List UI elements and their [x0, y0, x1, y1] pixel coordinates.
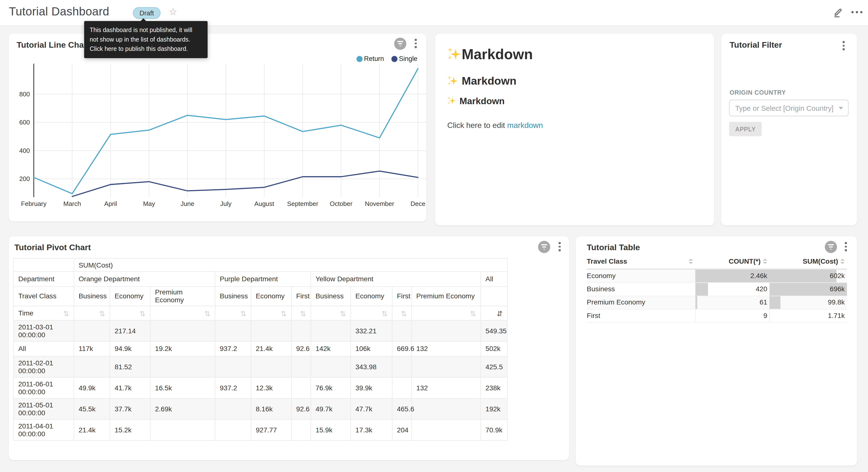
sort-icon[interactable]: ⇅ — [340, 310, 346, 317]
pivot-cell[interactable]: 425.5 — [481, 356, 507, 377]
pivot-cell[interactable]: 192k — [481, 399, 507, 419]
pivot-cell[interactable]: 343.98 — [351, 356, 392, 377]
pivot-cell[interactable] — [392, 320, 411, 342]
markdown-link[interactable]: markdown — [507, 121, 543, 129]
pivot-cell[interactable] — [291, 377, 311, 399]
series-line-single[interactable] — [72, 171, 418, 197]
pivot-cell[interactable]: 49.7k — [311, 399, 351, 419]
sort-icon[interactable]: ⇅ — [470, 310, 476, 317]
cross-filter-icon[interactable] — [538, 241, 550, 253]
sort-icon[interactable]: ⇅ — [140, 310, 146, 317]
pivot-cell[interactable] — [74, 356, 110, 377]
pivot-cell[interactable]: 332.21 — [351, 320, 392, 342]
pivot-cell[interactable]: 2.69k — [150, 399, 215, 419]
pivot-cell[interactable] — [411, 419, 481, 440]
pivot-cell[interactable] — [150, 419, 215, 440]
table-row[interactable]: Economy2.46k602k — [587, 269, 847, 282]
pivot-cell[interactable] — [311, 356, 351, 377]
pivot-cell[interactable] — [251, 356, 291, 377]
pivot-cell[interactable]: 76.9k — [311, 377, 351, 399]
pivot-cell[interactable]: 21.4k — [74, 419, 110, 440]
pivot-cell[interactable]: 16.5k — [150, 377, 215, 399]
sort-icon[interactable]: ⇅ — [240, 310, 246, 317]
pivot-cell[interactable]: 217.14 — [110, 320, 150, 342]
pivot-cell[interactable]: 927.77 — [251, 419, 291, 440]
pivot-cell[interactable]: 47.7k — [351, 399, 392, 419]
pivot-cell[interactable]: 81.52 — [110, 356, 150, 377]
pivot-cell[interactable] — [411, 399, 481, 419]
pivot-cell[interactable]: 19.2k — [150, 342, 215, 356]
pivot-cell[interactable]: 937.2 — [215, 342, 251, 356]
sort-icon[interactable] — [840, 259, 845, 264]
sort-icon[interactable]: ⇅ — [281, 310, 287, 317]
origin-country-select[interactable]: Type or Select [Origin Country] — [729, 100, 849, 116]
pivot-cell[interactable] — [291, 356, 311, 377]
pivot-cell[interactable] — [74, 320, 110, 342]
pivot-cell[interactable]: 12.3k — [251, 377, 291, 399]
pivot-cell[interactable] — [215, 419, 251, 440]
sort-icon[interactable]: ⇅ — [63, 310, 69, 317]
pivot-cell[interactable]: 238k — [481, 377, 507, 399]
pivot-cell[interactable]: 117k — [74, 342, 110, 356]
apply-button[interactable]: APPLY — [729, 122, 762, 136]
pivot-cell[interactable] — [150, 356, 215, 377]
sort-icon[interactable] — [688, 259, 693, 264]
table-row[interactable]: Premium Economy6199.8k — [587, 296, 847, 309]
chart-kebab-menu-icon[interactable] — [556, 240, 563, 253]
pivot-cell[interactable] — [215, 320, 251, 342]
pivot-cell[interactable]: 937.2 — [215, 377, 251, 399]
pivot-cell[interactable]: 37.7k — [110, 399, 150, 419]
pivot-cell[interactable]: 17.3k — [351, 419, 392, 440]
pivot-cell[interactable]: 45.5k — [74, 399, 110, 419]
header-more-menu-icon[interactable] — [851, 11, 862, 13]
pivot-cell[interactable]: 94.9k — [110, 342, 150, 356]
column-header-count[interactable]: COUNT(*) — [728, 258, 761, 265]
pivot-cell[interactable]: 669.6 — [392, 342, 411, 356]
pivot-cell[interactable]: 39.9k — [351, 377, 392, 399]
sort-icon[interactable]: ⇅ — [300, 310, 306, 317]
pivot-cell[interactable] — [411, 356, 481, 377]
line-chart[interactable]: FebruaryMarchAprilMayJuneJulyAugustSepte… — [9, 61, 426, 216]
column-header-sum-cost[interactable]: SUM(Cost) — [803, 258, 838, 265]
draft-badge[interactable]: Draft — [133, 7, 160, 19]
pivot-cell[interactable] — [311, 320, 351, 342]
pivot-cell[interactable] — [392, 377, 411, 399]
pivot-cell[interactable] — [291, 320, 311, 342]
table-row[interactable]: Business420696k — [587, 283, 847, 296]
pivot-cell[interactable]: 92.6 — [291, 399, 311, 419]
sort-icon[interactable]: ⇅ — [401, 310, 407, 317]
pivot-cell[interactable]: 106k — [351, 342, 392, 356]
pivot-cell[interactable] — [215, 356, 251, 377]
table-row[interactable]: First91.71k — [587, 309, 847, 322]
pivot-cell[interactable] — [392, 356, 411, 377]
pivot-cell[interactable]: 132 — [411, 342, 481, 356]
sort-icon[interactable]: ⇅ — [205, 310, 211, 317]
sort-icon[interactable]: ⇅ — [381, 310, 388, 317]
column-header-travel-class[interactable]: Travel Class — [587, 258, 627, 265]
pivot-cell[interactable]: 465.6 — [392, 399, 411, 419]
pivot-cell[interactable]: 92.6 — [291, 342, 311, 356]
chart-kebab-menu-icon[interactable] — [843, 240, 849, 253]
pivot-cell[interactable]: 15.9k — [311, 419, 351, 440]
pivot-cell[interactable]: 142k — [311, 342, 351, 356]
pivot-cell[interactable]: 204 — [392, 419, 411, 440]
favorite-star-icon[interactable]: ☆ — [169, 6, 178, 18]
pivot-cell[interactable] — [150, 320, 215, 342]
pivot-cell[interactable] — [291, 419, 311, 440]
pivot-cell[interactable]: 549.35 — [481, 320, 507, 342]
pivot-cell[interactable] — [251, 320, 291, 342]
pivot-cell[interactable]: 70.9k — [481, 419, 507, 440]
pivot-cell[interactable]: 41.7k — [110, 377, 150, 399]
sort-descending-icon[interactable]: ⇵ — [497, 310, 503, 317]
chart-kebab-menu-icon[interactable] — [412, 36, 419, 50]
sort-icon[interactable] — [763, 259, 767, 264]
pivot-cell[interactable]: 132 — [411, 377, 481, 399]
cross-filter-icon[interactable] — [394, 38, 406, 50]
sort-icon[interactable]: ⇅ — [99, 310, 105, 317]
edit-pencil-icon[interactable] — [833, 7, 843, 18]
cross-filter-icon[interactable] — [825, 241, 837, 253]
pivot-cell[interactable]: 8.16k — [251, 399, 291, 419]
pivot-cell[interactable]: 15.2k — [110, 419, 150, 440]
pivot-cell[interactable]: 49.9k — [74, 377, 110, 399]
pivot-cell[interactable] — [411, 320, 481, 342]
